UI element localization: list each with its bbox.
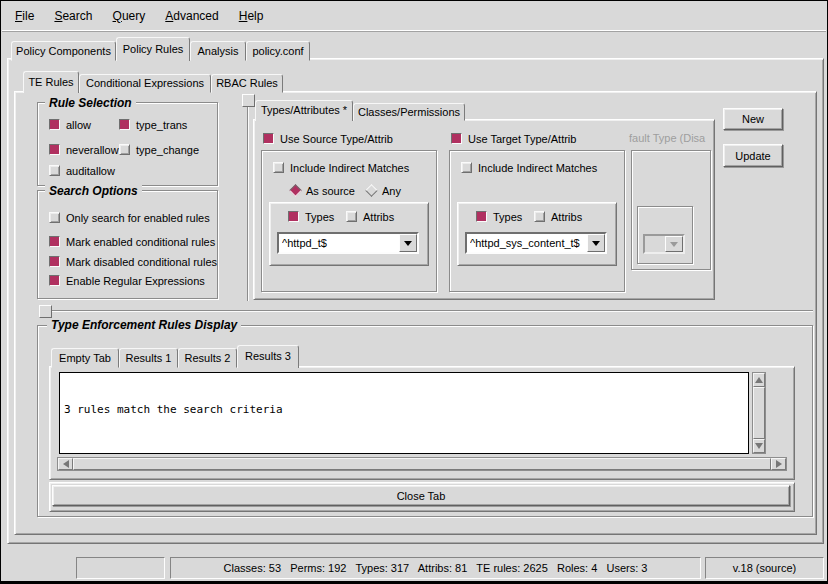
checkbox-source-types[interactable] (288, 211, 299, 222)
vertical-sash-handle[interactable] (242, 94, 255, 107)
status-empty-box (76, 557, 165, 579)
source-type-combobox[interactable] (277, 232, 419, 254)
tab-te-rules[interactable]: TE Rules (23, 71, 79, 93)
source-combo-dropdown-icon[interactable] (399, 234, 417, 252)
scroll-up-icon[interactable] (753, 373, 765, 387)
checkbox-auditallow[interactable] (49, 165, 60, 176)
checkbox-neverallow-label: neverallow (66, 144, 119, 156)
default-combo-dropdown-icon (665, 236, 683, 252)
tab-types-attributes[interactable]: Types/Attributes * (255, 100, 353, 121)
horizontal-scroll-thumb[interactable] (73, 458, 771, 470)
scroll-right-icon[interactable] (771, 458, 786, 470)
radio-any-label: Any (382, 185, 401, 197)
source-indirect-label: Include Indirect Matches (290, 162, 409, 174)
use-source-label: Use Source Type/Attrib (280, 133, 393, 145)
results-horizontal-scrollbar[interactable] (57, 457, 787, 471)
tab-analysis[interactable]: Analysis (190, 41, 246, 61)
target-type-combobox[interactable] (465, 232, 607, 254)
results-vertical-scrollbar[interactable] (752, 372, 766, 454)
vertical-scroll-thumb[interactable] (753, 387, 765, 439)
checkbox-mark-enabled-label: Mark enabled conditional rules (66, 236, 215, 248)
status-version: v.18 (source) (705, 557, 824, 579)
tab-results-2[interactable]: Results 2 (178, 348, 237, 368)
source-attribs-label: Attribs (363, 211, 394, 223)
checkbox-use-target[interactable] (451, 133, 462, 144)
default-type-label: fault Type (Disa (629, 132, 705, 144)
tab-results-3[interactable]: Results 3 (237, 345, 299, 368)
tab-classes-permissions[interactable]: Classes/Permissions (353, 103, 465, 121)
radio-as-source-label: As source (306, 185, 355, 197)
checkbox-only-enabled-rules-label: Only search for enabled rules (66, 212, 210, 224)
radio-as-source[interactable] (289, 184, 302, 197)
target-types-label: Types (493, 211, 522, 223)
target-attribs-label: Attribs (551, 211, 582, 223)
status-stats: Classes: 53 Perms: 192 Types: 317 Attrib… (170, 557, 701, 579)
target-combo-dropdown-icon[interactable] (587, 234, 605, 252)
checkbox-type-trans[interactable] (119, 119, 130, 130)
checkbox-only-enabled-rules[interactable] (49, 212, 60, 223)
results-summary: 3 rules match the search criteria (64, 403, 744, 417)
checkbox-auditallow-label: auditallow (66, 165, 115, 177)
te-display-title: Type Enforcement Rules Display (47, 318, 241, 332)
source-type-input[interactable] (279, 234, 399, 252)
tab-policy-rules[interactable]: Policy Rules (116, 37, 190, 61)
checkbox-target-attribs[interactable] (534, 211, 545, 222)
horizontal-sash-handle[interactable] (39, 305, 52, 318)
target-indirect-label: Include Indirect Matches (478, 162, 597, 174)
target-type-input[interactable] (467, 234, 587, 252)
default-type-input (645, 236, 665, 252)
tab-empty-tab[interactable]: Empty Tab (51, 348, 119, 368)
menu-file[interactable]: File (15, 9, 34, 23)
checkbox-target-indirect[interactable] (461, 162, 472, 173)
results-text-area[interactable]: 3 rules match the search criteria (5822)… (59, 372, 749, 454)
checkbox-type-change-label: type_change (136, 144, 199, 156)
tab-policy-components[interactable]: Policy Components (11, 41, 116, 61)
menu-help[interactable]: Help (239, 9, 264, 23)
tab-conditional-expressions[interactable]: Conditional Expressions (79, 74, 211, 93)
default-type-combobox (643, 234, 685, 254)
checkbox-source-attribs[interactable] (346, 211, 357, 222)
vertical-sash[interactable] (247, 105, 249, 301)
checkbox-allow-label: allow (66, 119, 91, 131)
apol-window: File Search Query Advanced Help Policy C… (0, 0, 828, 584)
menu-query[interactable]: Query (113, 9, 146, 23)
checkbox-type-trans-label: type_trans (136, 119, 187, 131)
checkbox-use-source[interactable] (263, 133, 274, 144)
tab-policy-conf[interactable]: policy.conf (246, 41, 310, 61)
horizontal-sash[interactable] (51, 310, 813, 312)
checkbox-enable-regex[interactable] (49, 275, 60, 286)
checkbox-mark-disabled-label: Mark disabled conditional rules (66, 256, 217, 268)
close-tab-button[interactable]: Close Tab (52, 485, 790, 506)
search-options-title: Search Options (45, 184, 142, 198)
checkbox-target-types[interactable] (476, 211, 487, 222)
use-target-label: Use Target Type/Attrib (468, 133, 576, 145)
tab-rbac-rules[interactable]: RBAC Rules (211, 74, 283, 93)
menu-search[interactable]: Search (54, 9, 92, 23)
checkbox-allow[interactable] (49, 119, 60, 130)
checkbox-mark-enabled[interactable] (49, 236, 60, 247)
scroll-down-icon[interactable] (753, 439, 765, 453)
update-button[interactable]: Update (723, 144, 783, 167)
checkbox-mark-disabled[interactable] (49, 256, 60, 267)
tab-results-1[interactable]: Results 1 (119, 348, 178, 368)
source-types-label: Types (305, 211, 334, 223)
new-button[interactable]: New (723, 108, 783, 130)
menubar: File Search Query Advanced Help (2, 1, 826, 32)
checkbox-enable-regex-label: Enable Regular Expressions (66, 275, 205, 287)
checkbox-type-change[interactable] (119, 144, 130, 155)
menu-advanced[interactable]: Advanced (165, 9, 218, 23)
checkbox-neverallow[interactable] (49, 144, 60, 155)
checkbox-source-indirect[interactable] (273, 162, 284, 173)
window-bottom-edge (1, 581, 827, 583)
radio-any[interactable] (365, 184, 378, 197)
scroll-left-icon[interactable] (58, 458, 73, 470)
rule-selection-title: Rule Selection (45, 96, 136, 110)
